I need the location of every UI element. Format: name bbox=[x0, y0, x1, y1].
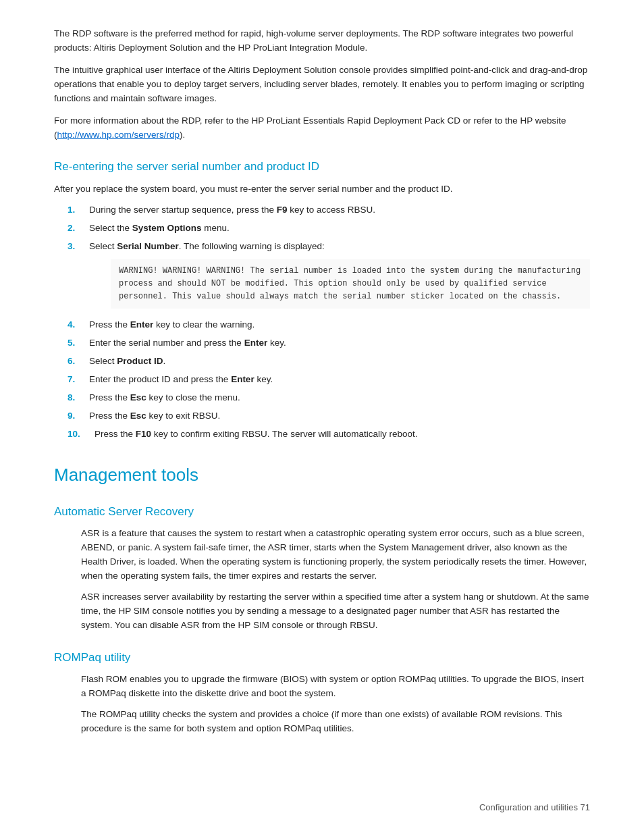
step-2: 2. Select the System Options menu. bbox=[68, 221, 590, 236]
step-9-num: 9. bbox=[68, 409, 89, 423]
section3-heading: ROMPaq utility bbox=[54, 649, 590, 667]
step-5-text: Enter the serial number and press the En… bbox=[89, 336, 286, 350]
step-1-num: 1. bbox=[68, 203, 89, 217]
page-footer: Configuration and utilities 71 bbox=[479, 801, 590, 814]
section1-intro: After you replace the system board, you … bbox=[54, 182, 590, 197]
step-6: 6. Select Product ID. bbox=[68, 355, 590, 369]
section2-para2: ASR increases server availability by res… bbox=[81, 590, 590, 633]
step-8-text: Press the Esc key to close the menu. bbox=[89, 391, 240, 405]
footer-text: Configuration and utilities 71 bbox=[479, 802, 590, 812]
step-7: 7. Enter the product ID and press the En… bbox=[68, 373, 590, 387]
steps-list: 1. During the server startup sequence, p… bbox=[68, 203, 590, 442]
step-8: 8. Press the Esc key to close the menu. bbox=[68, 391, 590, 405]
step-2-text: Select the System Options menu. bbox=[89, 221, 230, 236]
section2-content: ASR is a feature that causes the system … bbox=[81, 527, 590, 632]
step-3: 3. Select Serial Number. The following w… bbox=[68, 240, 590, 314]
intro-para3: For more information about the RDP, refe… bbox=[54, 114, 590, 142]
step-7-text: Enter the product ID and press the Enter… bbox=[89, 373, 273, 387]
section2-heading: Automatic Server Recovery bbox=[54, 503, 590, 521]
step-10: 10. Press the F10 key to confirm exiting… bbox=[68, 427, 590, 442]
step-6-text: Select Product ID. bbox=[89, 355, 165, 369]
section-reenter-serial: Re-entering the server serial number and… bbox=[54, 158, 590, 441]
step-9-text: Press the Esc key to exit RBSU. bbox=[89, 409, 220, 423]
step-10-num: 10. bbox=[68, 427, 95, 442]
step-2-num: 2. bbox=[68, 221, 89, 236]
step-6-num: 6. bbox=[68, 355, 89, 369]
step-4-text: Press the Enter key to clear the warning… bbox=[89, 318, 254, 332]
step-1-text: During the server startup sequence, pres… bbox=[89, 203, 375, 217]
section1-heading: Re-entering the server serial number and… bbox=[54, 158, 590, 176]
section3-para2: The ROMPaq utility checks the system and… bbox=[81, 708, 590, 736]
step-4: 4. Press the Enter key to clear the warn… bbox=[68, 318, 590, 332]
intro-para3-suffix: ). bbox=[180, 130, 185, 140]
step-10-text: Press the F10 key to confirm exiting RBS… bbox=[95, 427, 417, 442]
step-7-num: 7. bbox=[68, 373, 89, 387]
step-3-num: 3. bbox=[68, 240, 89, 254]
step-5: 5. Enter the serial number and press the… bbox=[68, 336, 590, 350]
step-3-text: Select Serial Number. The following warn… bbox=[89, 240, 590, 314]
rdp-link[interactable]: http://www.hp.com/servers/rdp bbox=[57, 130, 180, 140]
section-asr: Automatic Server Recovery ASR is a featu… bbox=[54, 503, 590, 633]
chapter-heading: Management tools bbox=[54, 462, 590, 488]
section3-content: Flash ROM enables you to upgrade the fir… bbox=[81, 673, 590, 736]
section-rompaq: ROMPaq utility Flash ROM enables you to … bbox=[54, 649, 590, 736]
step-5-num: 5. bbox=[68, 336, 89, 350]
page: The RDP software is the preferred method… bbox=[0, 0, 644, 834]
intro-para2: The intuitive graphical user interface o… bbox=[54, 63, 590, 106]
intro-section: The RDP software is the preferred method… bbox=[54, 27, 590, 142]
intro-para1: The RDP software is the preferred method… bbox=[54, 27, 590, 55]
step-1: 1. During the server startup sequence, p… bbox=[68, 203, 590, 217]
section2-para1: ASR is a feature that causes the system … bbox=[81, 527, 590, 583]
step-9: 9. Press the Esc key to exit RBSU. bbox=[68, 409, 590, 423]
step-4-num: 4. bbox=[68, 318, 89, 332]
warning-code-block: WARNING! WARNING! WARNING! The serial nu… bbox=[111, 259, 590, 309]
step-8-num: 8. bbox=[68, 391, 89, 405]
section3-para1: Flash ROM enables you to upgrade the fir… bbox=[81, 673, 590, 701]
